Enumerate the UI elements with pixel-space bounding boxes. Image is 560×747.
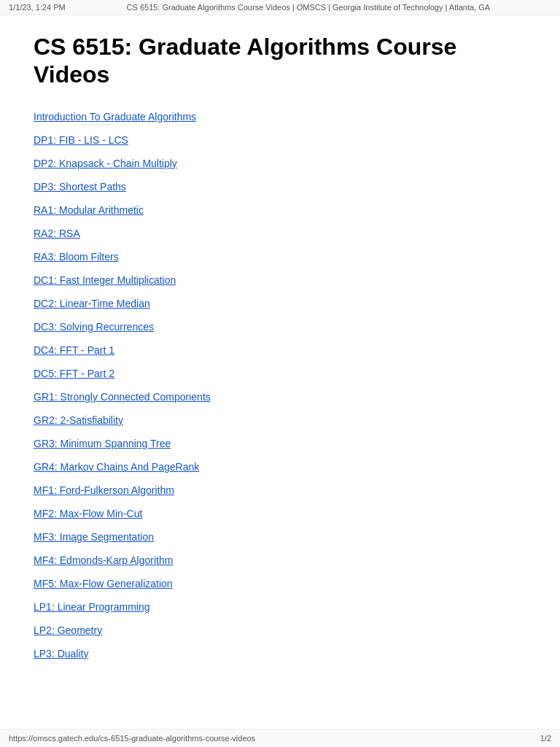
- list-item: MF2: Max-Flow Min-Cut: [34, 508, 526, 519]
- course-link-13[interactable]: GR2: 2-Satisfiability: [34, 414, 123, 426]
- course-link-18[interactable]: MF3: Image Segmentation: [34, 531, 154, 543]
- list-item: MF4: Edmonds-Karp Algorithm: [34, 554, 526, 566]
- course-link-21[interactable]: LP1: Linear Programming: [34, 601, 150, 613]
- list-item: MF5: Max-Flow Generalization: [34, 578, 526, 589]
- course-link-10[interactable]: DC4: FFT - Part 1: [34, 344, 114, 356]
- browser-page-title: CS 6515: Graduate Algorithms Course Vide…: [66, 3, 551, 12]
- course-link-9[interactable]: DC3: Solving Recurrences: [34, 321, 154, 333]
- course-link-23[interactable]: LP3: Duality: [34, 648, 88, 659]
- list-item: DC2: Linear-Time Median: [34, 298, 526, 309]
- footer-url: https://omscs.gatech.edu/cs-6515-graduat…: [9, 734, 255, 743]
- list-item: GR3: Minimum Spanning Tree: [34, 438, 526, 449]
- course-link-12[interactable]: GR1: Strongly Connected Components: [34, 391, 211, 403]
- datetime: 1/1/23, 1:24 PM: [9, 3, 66, 12]
- course-link-0[interactable]: Introduction To Graduate Algorithms: [34, 111, 196, 123]
- course-link-22[interactable]: LP2: Geometry: [34, 624, 102, 636]
- list-item: MF1: Ford-Fulkerson Algorithm: [34, 484, 526, 496]
- course-link-14[interactable]: GR3: Minimum Spanning Tree: [34, 438, 171, 449]
- list-item: DC1: Fast Integer Multiplication: [34, 274, 526, 286]
- list-item: LP1: Linear Programming: [34, 601, 526, 613]
- course-link-16[interactable]: MF1: Ford-Fulkerson Algorithm: [34, 484, 174, 496]
- page-title: CS 6515: Graduate Algorithms Course Vide…: [34, 33, 526, 89]
- list-item: GR2: 2-Satisfiability: [34, 414, 526, 426]
- list-item: RA3: Bloom Filters: [34, 251, 526, 263]
- main-content: CS 6515: Graduate Algorithms Course Vide…: [0, 15, 560, 715]
- course-link-15[interactable]: GR4: Markov Chains And PageRank: [34, 461, 199, 473]
- course-link-list: Introduction To Graduate AlgorithmsDP1: …: [34, 111, 526, 659]
- course-link-1[interactable]: DP1: FIB - LIS - LCS: [34, 134, 128, 146]
- course-link-4[interactable]: RA1: Modular Arithmetic: [34, 204, 144, 216]
- browser-bar: 1/1/23, 1:24 PM CS 6515: Graduate Algori…: [0, 0, 560, 15]
- course-link-17[interactable]: MF2: Max-Flow Min-Cut: [34, 508, 142, 519]
- course-link-2[interactable]: DP2: Knapsack - Chain Multiply: [34, 158, 177, 169]
- list-item: RA2: RSA: [34, 228, 526, 239]
- list-item: MF3: Image Segmentation: [34, 531, 526, 543]
- course-link-3[interactable]: DP3: Shortest Paths: [34, 181, 126, 193]
- list-item: DC4: FFT - Part 1: [34, 344, 526, 356]
- list-item: GR1: Strongly Connected Components: [34, 391, 526, 403]
- footer-page-num: 1/2: [540, 734, 551, 743]
- course-link-7[interactable]: DC1: Fast Integer Multiplication: [34, 274, 176, 286]
- list-item: LP3: Duality: [34, 648, 526, 659]
- list-item: Introduction To Graduate Algorithms: [34, 111, 526, 123]
- course-link-6[interactable]: RA3: Bloom Filters: [34, 251, 119, 263]
- list-item: DP1: FIB - LIS - LCS: [34, 134, 526, 146]
- course-link-19[interactable]: MF4: Edmonds-Karp Algorithm: [34, 554, 173, 566]
- list-item: DP2: Knapsack - Chain Multiply: [34, 158, 526, 169]
- footer-bar: https://omscs.gatech.edu/cs-6515-graduat…: [0, 729, 560, 747]
- course-link-5[interactable]: RA2: RSA: [34, 228, 80, 239]
- list-item: DC5: FFT - Part 2: [34, 368, 526, 379]
- course-link-20[interactable]: MF5: Max-Flow Generalization: [34, 578, 173, 589]
- list-item: DC3: Solving Recurrences: [34, 321, 526, 333]
- course-link-11[interactable]: DC5: FFT - Part 2: [34, 368, 114, 379]
- list-item: DP3: Shortest Paths: [34, 181, 526, 193]
- list-item: RA1: Modular Arithmetic: [34, 204, 526, 216]
- course-link-8[interactable]: DC2: Linear-Time Median: [34, 298, 150, 309]
- list-item: GR4: Markov Chains And PageRank: [34, 461, 526, 473]
- list-item: LP2: Geometry: [34, 624, 526, 636]
